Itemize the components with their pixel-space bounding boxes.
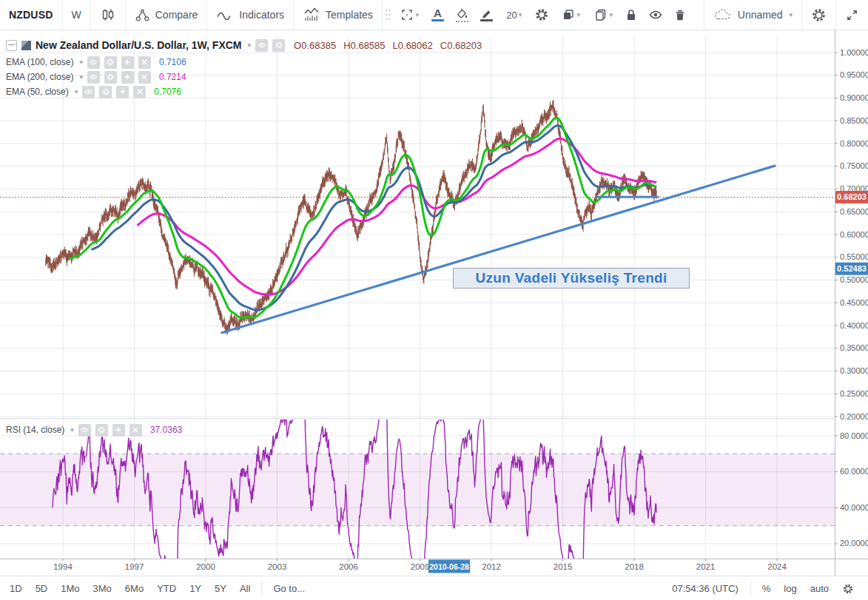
footer-right-group: 07:54:36 (UTC) % log auto <box>665 582 868 596</box>
hide-drawings-button[interactable] <box>644 0 668 30</box>
hide-series-button[interactable] <box>255 39 268 52</box>
interval-label: W <box>72 9 81 21</box>
range-1y-button[interactable]: 1Y <box>183 583 208 594</box>
indicator-settings-button[interactable] <box>104 71 117 84</box>
compare-button[interactable]: Compare <box>126 0 207 30</box>
range-1mo-button[interactable]: 1Mo <box>54 583 86 594</box>
price-scale[interactable] <box>835 36 868 559</box>
layout-frame-button[interactable]: ▾ <box>393 0 425 30</box>
layout-save-button[interactable]: Unnamed ▾ <box>704 0 801 30</box>
text-color-icon: A <box>434 8 442 18</box>
trend-annotation-text[interactable]: Uzun Vadeli Yükseliş Trendi <box>453 268 690 289</box>
clone-button[interactable]: ▾ <box>587 0 619 30</box>
indicator-title[interactable]: EMA (50, close) <box>6 87 69 97</box>
eye-icon <box>648 7 663 22</box>
remove-drawings-button[interactable] <box>668 0 693 30</box>
open-value: 0.68385 <box>301 40 336 51</box>
range-ytd-button[interactable]: YTD <box>150 583 183 594</box>
symbol-label: NZDUSD <box>9 9 53 21</box>
chevron-down-icon[interactable]: ▾ <box>79 73 83 81</box>
style-settings-button[interactable] <box>530 0 554 30</box>
rsi-canvas[interactable] <box>0 419 835 559</box>
range-5d-button[interactable]: 5D <box>29 583 55 594</box>
font-size-value: 20 <box>506 10 517 21</box>
collapse-legend-button[interactable] <box>6 40 17 51</box>
low-value: 0.68062 <box>398 40 433 51</box>
text-color-button[interactable]: A <box>425 0 450 30</box>
gear-icon <box>275 41 283 50</box>
divider <box>750 582 751 596</box>
indicator-value: 37.0363 <box>150 425 182 435</box>
range-3mo-button[interactable]: 3Mo <box>87 583 118 594</box>
chevron-down-icon: ▾ <box>577 11 581 18</box>
drag-handle[interactable] <box>383 7 393 22</box>
chevron-down-icon[interactable]: ▾ <box>75 88 78 95</box>
remove-indicator-button[interactable] <box>138 71 151 84</box>
range-6mo-button[interactable]: 6Mo <box>118 583 150 594</box>
font-size-button[interactable]: 20 ▾ <box>499 0 530 30</box>
remove-indicator-button[interactable] <box>133 86 146 98</box>
range-1d-button[interactable]: 1D <box>3 583 29 594</box>
symbol-logo[interactable] <box>21 41 31 50</box>
indicator-settings-button[interactable] <box>99 86 112 98</box>
series-title[interactable]: New Zealand Dollar/U.S. Dollar, 1W, FXCM <box>36 39 242 51</box>
chevron-down-icon[interactable]: ▾ <box>70 426 74 434</box>
trash-icon <box>673 8 687 22</box>
add-alert-button[interactable] <box>112 424 125 436</box>
clock-label[interactable]: 07:54:36 (UTC) <box>665 583 746 594</box>
hide-indicator-button[interactable] <box>87 71 100 84</box>
indicators-button[interactable]: Indicators <box>207 0 293 30</box>
remove-indicator-button[interactable] <box>129 424 142 436</box>
add-alert-button[interactable] <box>121 56 134 69</box>
layout-name-label: Unnamed <box>738 9 783 21</box>
goto-date-button[interactable]: Go to... <box>266 583 312 594</box>
layers-button[interactable]: ▾ <box>554 0 587 30</box>
range-5y-button[interactable]: 5Y <box>208 583 233 594</box>
plus-icon <box>118 87 127 96</box>
close-icon <box>140 58 149 67</box>
top-toolbar: NZDUSD W Compare Indicators <box>0 0 868 30</box>
high-label: H <box>343 40 350 51</box>
percent-scale-button[interactable]: % <box>756 583 778 594</box>
eye-icon <box>80 425 89 434</box>
hide-indicator-button[interactable] <box>87 56 100 69</box>
text-color-swatch <box>431 19 444 21</box>
time-scale[interactable] <box>0 559 835 576</box>
chevron-down-icon[interactable]: ▾ <box>248 41 252 49</box>
hide-indicator-button[interactable] <box>82 86 95 98</box>
range-all-button[interactable]: All <box>233 583 257 594</box>
lock-icon <box>624 7 639 22</box>
fill-color-button[interactable] <box>450 0 474 30</box>
indicator-title[interactable]: EMA (200, close) <box>6 72 73 82</box>
series-settings-button[interactable] <box>272 39 285 52</box>
add-alert-button[interactable] <box>121 71 134 84</box>
chevron-down-icon: ▾ <box>789 11 793 18</box>
indicator-settings-button[interactable] <box>104 56 117 69</box>
gear-icon <box>101 87 110 96</box>
chart-type-button[interactable] <box>91 0 125 30</box>
indicator-settings-button[interactable] <box>95 424 108 436</box>
chart-properties-button[interactable] <box>802 0 835 30</box>
eye-icon <box>89 58 98 67</box>
eye-icon <box>258 41 266 50</box>
add-alert-button[interactable] <box>116 86 129 98</box>
marker-button[interactable] <box>474 0 499 30</box>
fullscreen-button[interactable] <box>836 0 868 30</box>
remove-indicator-button[interactable] <box>138 56 151 69</box>
interval-button[interactable]: W <box>63 0 90 30</box>
compare-label: Compare <box>155 9 198 21</box>
symbol-button[interactable]: NZDUSD <box>0 0 62 30</box>
hide-indicator-button[interactable] <box>78 424 91 436</box>
chevron-down-icon[interactable]: ▾ <box>79 58 83 66</box>
log-scale-button[interactable]: log <box>777 583 803 594</box>
trading-platform-window: 1.000000.950000.900000.850000.800000.750… <box>0 0 868 600</box>
high-value: 0.68585 <box>351 40 386 51</box>
templates-button[interactable]: Templates <box>294 0 382 30</box>
indicator-title[interactable]: RSI (14, close) <box>6 425 64 435</box>
paint-bucket-icon <box>455 8 468 19</box>
auto-scale-button[interactable]: auto <box>804 583 835 594</box>
scale-settings-button[interactable] <box>835 583 861 595</box>
indicator-title[interactable]: EMA (100, close) <box>6 57 73 67</box>
lock-button[interactable] <box>619 0 644 30</box>
gear-icon <box>534 7 549 22</box>
